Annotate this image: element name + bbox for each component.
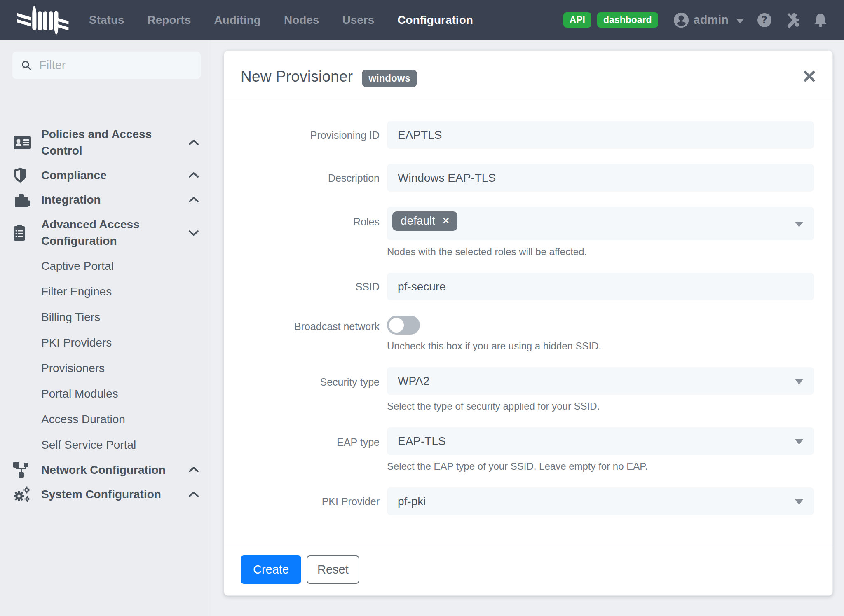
card-header: New Provisioner windows <box>224 51 832 101</box>
user-menu[interactable]: admin <box>673 12 744 28</box>
form-row-roles: Roles default ✕ Nodes with the selected … <box>241 207 814 258</box>
navbar-right: API dashboard admin ? <box>563 12 828 28</box>
dashboard-badge[interactable]: dashboard <box>597 12 658 28</box>
sidebar-section-label: Advanced Access Configuration <box>41 216 183 249</box>
role-tag-default: default ✕ <box>392 211 457 231</box>
chevron-up-icon <box>183 490 200 499</box>
create-button[interactable]: Create <box>241 555 301 584</box>
security-type-value: WPA2 <box>398 375 429 388</box>
nav-status[interactable]: Status <box>89 14 124 27</box>
sidebar-item-self-service-portal[interactable]: Self Service Portal <box>12 432 201 458</box>
chevron-up-icon <box>183 138 200 147</box>
clipboard-list-icon <box>13 225 41 241</box>
sidebar-section-label: System Configuration <box>41 486 183 503</box>
description-input[interactable] <box>387 164 814 192</box>
sidebar-section-system-configuration[interactable]: System Configuration <box>12 482 201 507</box>
filter-input[interactable] <box>39 59 192 72</box>
eap-type-help-text: Select the EAP type of your SSID. Leave … <box>387 461 814 472</box>
form-row-description: Description <box>241 164 814 192</box>
provisioning-id-input[interactable] <box>387 121 814 149</box>
notifications-icon[interactable] <box>813 12 828 28</box>
sidebar-item-captive-portal[interactable]: Captive Portal <box>12 253 201 279</box>
eap-type-select[interactable]: EAP-TLS <box>387 427 814 455</box>
roles-help-text: Nodes with the selected roles will be af… <box>387 246 814 258</box>
roles-multiselect[interactable]: default ✕ <box>387 207 814 240</box>
dropdown-caret-icon <box>795 379 803 384</box>
sidebar-item-filter-engines[interactable]: Filter Engines <box>12 279 201 304</box>
advanced-access-submenu: Captive Portal Filter Engines Billing Ti… <box>12 253 201 458</box>
eap-type-label: EAP type <box>241 436 380 448</box>
nav-configuration[interactable]: Configuration <box>397 14 473 27</box>
ssid-input[interactable] <box>387 273 814 300</box>
close-icon <box>802 69 816 83</box>
dropdown-caret-icon <box>795 499 803 505</box>
sidebar-section-label: Network Configuration <box>41 462 183 478</box>
form-row-eap-type: EAP type EAP-TLS Select the EAP type of … <box>241 427 814 472</box>
chevron-down-icon <box>736 19 744 23</box>
chevron-down-icon <box>183 229 200 237</box>
sidebar-section-label: Policies and Access Control <box>41 126 183 159</box>
security-type-select[interactable]: WPA2 <box>387 367 814 395</box>
user-avatar-icon <box>673 12 689 28</box>
dropdown-caret-icon <box>795 222 803 227</box>
question-circle-icon: ? <box>757 12 772 28</box>
shield-icon <box>13 167 41 183</box>
page-title: New Provisioner <box>241 68 353 85</box>
network-diagram-icon <box>13 462 41 478</box>
sidebar-section-network-configuration[interactable]: Network Configuration <box>12 458 201 482</box>
sidebar-item-billing-tiers[interactable]: Billing Tiers <box>12 304 201 330</box>
top-navbar: Status Reports Auditing Nodes Users Conf… <box>0 0 844 40</box>
role-tag-label: default <box>401 215 435 227</box>
packetfence-logo[interactable] <box>16 4 69 36</box>
pki-provider-label: PKI Provider <box>241 495 380 508</box>
sidebar-section-integration[interactable]: Integration <box>12 187 201 212</box>
api-badge[interactable]: API <box>563 12 591 28</box>
form-row-security-type: Security type WPA2 Select the type of se… <box>241 367 814 412</box>
pki-provider-select[interactable]: pf-pki <box>387 487 814 515</box>
close-button[interactable] <box>800 67 818 85</box>
eap-type-value: EAP-TLS <box>398 435 446 448</box>
app-root: Status Reports Auditing Nodes Users Conf… <box>0 0 844 616</box>
chevron-up-icon <box>183 171 200 179</box>
svg-text:?: ? <box>762 14 767 26</box>
ssid-label: SSID <box>241 280 380 293</box>
sidebar-item-provisioners[interactable]: Provisioners <box>12 356 201 381</box>
sidebar-section-policies-access-control[interactable]: Policies and Access Control <box>12 122 201 163</box>
gears-icon <box>13 486 41 503</box>
sidebar-item-pki-providers[interactable]: PKI Providers <box>12 330 201 356</box>
tools-icon[interactable] <box>785 12 800 28</box>
user-name: admin <box>694 13 729 27</box>
sidebar-item-portal-modules[interactable]: Portal Modules <box>12 381 201 407</box>
chevron-up-icon <box>183 466 200 474</box>
dropdown-caret-icon <box>795 439 803 445</box>
card-footer: Create Reset <box>224 544 832 595</box>
form-row-ssid: SSID <box>241 273 814 300</box>
reset-button[interactable]: Reset <box>307 555 359 584</box>
form-row-pki-provider: PKI Provider pf-pki <box>241 487 814 515</box>
chevron-up-icon <box>183 196 200 204</box>
sidebar: Policies and Access Control Compliance <box>0 40 211 616</box>
form-row-provisioning-id: Provisioning ID <box>241 121 814 149</box>
barbed-wire-logo-icon <box>16 4 69 36</box>
wrench-screwdriver-icon <box>785 12 800 28</box>
nav-auditing[interactable]: Auditing <box>214 14 261 27</box>
pki-provider-value: pf-pki <box>398 495 426 508</box>
sidebar-section-label: Integration <box>41 192 183 208</box>
address-card-icon <box>13 135 41 150</box>
provisioner-type-badge: windows <box>362 70 417 87</box>
bell-icon <box>813 12 828 28</box>
sidebar-item-access-duration[interactable]: Access Duration <box>12 407 201 432</box>
sidebar-section-label: Compliance <box>41 167 183 184</box>
broadcast-network-toggle[interactable] <box>387 316 420 335</box>
toggle-knob <box>389 318 404 333</box>
remove-role-icon[interactable]: ✕ <box>442 216 450 226</box>
help-icon[interactable]: ? <box>757 12 772 28</box>
sidebar-section-compliance[interactable]: Compliance <box>12 163 201 188</box>
sidebar-filter[interactable] <box>12 52 201 79</box>
nav-nodes[interactable]: Nodes <box>284 14 319 27</box>
puzzle-piece-icon <box>13 192 41 207</box>
nav-users[interactable]: Users <box>342 14 374 27</box>
sidebar-section-advanced-access-configuration[interactable]: Advanced Access Configuration <box>12 212 201 253</box>
security-type-help-text: Select the type of security applied for … <box>387 401 814 412</box>
nav-reports[interactable]: Reports <box>148 14 191 27</box>
